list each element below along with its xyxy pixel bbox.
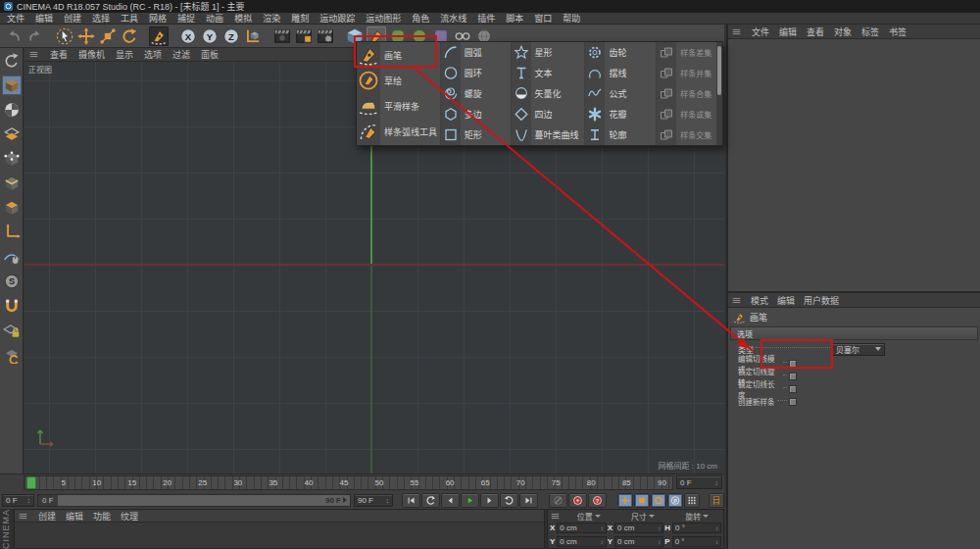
move-tool-button[interactable] (76, 26, 96, 46)
menu-item[interactable]: 雕刻 (291, 12, 309, 25)
next-frame-button[interactable] (480, 493, 499, 508)
attribute-tab[interactable]: 编辑 (777, 294, 795, 307)
spline-menu-item[interactable]: 画笔 (357, 42, 440, 68)
coordinate-panel-icon[interactable] (550, 511, 561, 522)
live-selection-button[interactable] (55, 26, 74, 46)
viewport-menu-item[interactable]: 面板 (201, 48, 219, 61)
spline-menu-item[interactable]: 矩形 (441, 125, 511, 145)
material-menu-item[interactable]: 纹理 (121, 510, 138, 523)
keyframe-selection-button[interactable]: ? (588, 493, 607, 508)
scale-tool-button[interactable] (98, 26, 118, 46)
object-manager-menu-item[interactable]: 书签 (889, 25, 906, 38)
undo-button[interactable] (4, 26, 24, 46)
play-forwards-button[interactable] (461, 493, 479, 508)
coordinate-header-dropdown[interactable]: 尺寸 (616, 511, 668, 522)
menu-item[interactable]: 运动图形 (366, 12, 401, 25)
spline-menu-item[interactable]: 多边 (441, 104, 511, 125)
coordinate-input[interactable]: 0 cm↕ (557, 523, 606, 533)
menu-item[interactable]: 插件 (477, 12, 495, 25)
spline-menu-item[interactable]: 圆环 (441, 63, 511, 83)
render-picture-viewer-button[interactable] (294, 26, 314, 46)
model-mode-button[interactable] (2, 75, 22, 95)
menu-item[interactable]: 模拟 (234, 12, 252, 25)
workplane-mode-button[interactable] (2, 125, 22, 144)
range-start-handle[interactable]: 0 F (38, 495, 58, 506)
options-section-header[interactable]: 选项 (730, 326, 978, 340)
coordinate-input[interactable]: 0 °↕ (672, 536, 721, 547)
goto-end-button[interactable] (519, 493, 538, 508)
key-position-toggle[interactable] (617, 493, 633, 508)
spline-type-dropdown[interactable]: 贝塞尔 (832, 343, 885, 356)
polygons-mode-button[interactable] (2, 198, 22, 218)
spline-menu-item[interactable]: 四边 (512, 104, 585, 125)
spline-menu-item[interactable]: 花瓣 (585, 104, 656, 125)
spline-menu-item[interactable]: 星形 (512, 42, 585, 63)
record-active-objects-button[interactable] (549, 493, 567, 508)
checkbox[interactable] (789, 360, 797, 368)
spline-menu-item[interactable]: 文本 (512, 63, 585, 83)
coordinate-input[interactable]: 0 cm↕ (557, 536, 606, 547)
spline-menu-item[interactable]: 草绘 (357, 68, 440, 93)
attribute-manager-panel-icon[interactable] (731, 295, 742, 306)
viewport-menu-item[interactable]: 选项 (144, 48, 162, 61)
autokeying-button[interactable] (568, 493, 587, 508)
texture-mode-button[interactable] (2, 100, 22, 120)
enable-snap-button[interactable] (2, 247, 22, 267)
key-rotation-toggle[interactable] (651, 493, 666, 508)
checkbox[interactable] (789, 373, 797, 380)
menu-item[interactable]: 脚本 (506, 12, 523, 25)
current-frame-spinner[interactable]: 0 F↕ (676, 475, 722, 489)
spline-menu-item[interactable]: 公式 (585, 83, 656, 104)
viewport-menu-item[interactable]: 查看 (50, 48, 68, 61)
redo-button[interactable] (25, 26, 45, 46)
spline-menu-item[interactable]: 摆线 (585, 63, 656, 83)
spline-menu-item[interactable]: 圆弧 (441, 42, 511, 63)
menu-scrollbar[interactable] (716, 42, 722, 145)
viewport-menu-item[interactable]: 显示 (116, 48, 133, 61)
object-manager-menu-item[interactable]: 文件 (752, 25, 769, 38)
checkbox[interactable] (789, 398, 797, 406)
play-loop-button[interactable] (500, 493, 518, 508)
timeline-ruler[interactable]: 051015202530354045505560657075808590 (24, 475, 673, 490)
menu-item[interactable]: 帮助 (563, 12, 580, 25)
spline-menu-item[interactable]: 矢量化 (512, 83, 585, 104)
menu-item[interactable]: 渲染 (263, 12, 280, 25)
menu-item[interactable]: 运动跟踪 (319, 12, 355, 25)
key-scale-toggle[interactable] (634, 493, 650, 508)
coordinate-input[interactable]: 0 cm↕ (614, 523, 663, 533)
snap-type-button[interactable]: S (2, 272, 22, 291)
menu-scrollbar-thumb[interactable] (717, 46, 721, 95)
viewport-panel-menu-icon[interactable] (28, 49, 39, 60)
attribute-tab[interactable]: 模式 (751, 294, 768, 307)
material-menu-item[interactable]: 创建 (38, 510, 56, 523)
menu-item[interactable]: 捕捉 (177, 12, 195, 25)
menu-item[interactable]: 编辑 (35, 12, 53, 25)
viewport-menu-item[interactable]: 过滤 (172, 48, 190, 61)
rotate-tool-button[interactable] (120, 26, 139, 46)
menu-item[interactable]: 角色 (412, 12, 429, 25)
object-manager-list[interactable] (728, 39, 980, 293)
object-manager-menu-item[interactable]: 查看 (807, 25, 824, 38)
make-editable-button[interactable] (2, 51, 22, 71)
preview-range-slider[interactable]: 0 F 90 F (37, 494, 351, 507)
checkbox[interactable] (789, 385, 797, 393)
object-manager-panel-icon[interactable] (731, 26, 742, 37)
menu-item[interactable]: 工具 (121, 12, 138, 25)
render-view-button[interactable] (272, 26, 292, 46)
menu-item[interactable]: 窗口 (534, 12, 552, 25)
range-start-spinner[interactable]: 0 F↕ (2, 494, 34, 507)
lock-workplane-button[interactable] (2, 321, 22, 340)
attribute-tab[interactable]: 用户数据 (804, 294, 839, 307)
make-preview-button[interactable] (709, 493, 724, 508)
edges-mode-button[interactable] (2, 174, 22, 193)
range-end-spinner[interactable]: 90 F↕ (354, 494, 393, 507)
spline-menu-item[interactable]: 轮廓 (585, 125, 656, 145)
lock-y-axis-button[interactable]: Y (200, 26, 220, 46)
coordinate-input[interactable]: 0 °↕ (672, 523, 721, 533)
viewport-menu-item[interactable]: 摄像机 (78, 48, 105, 61)
last-tool-pen-button[interactable] (149, 26, 169, 46)
play-backwards-button[interactable] (421, 493, 440, 508)
spline-menu-item[interactable]: 螺旋 (441, 83, 511, 104)
spline-menu-item[interactable]: 齿轮 (585, 42, 656, 63)
material-manager-panel-icon[interactable] (18, 511, 28, 522)
